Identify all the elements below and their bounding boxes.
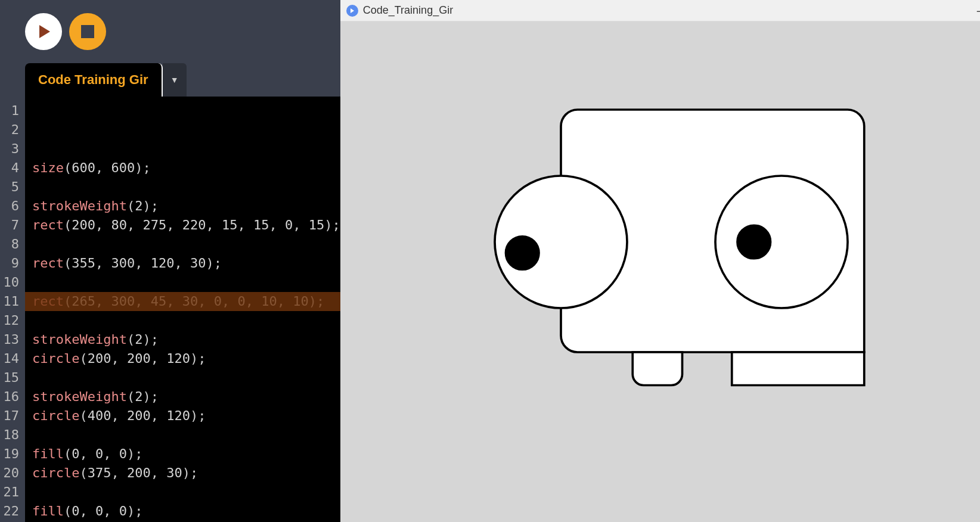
tab-code-training-gir[interactable]: Code Training Gir (25, 63, 163, 97)
sketch-title: Code_Training_Gir (363, 4, 453, 17)
code-line[interactable] (32, 368, 340, 387)
line-number: 14 (0, 349, 19, 368)
run-button[interactable] (25, 13, 62, 50)
tab-dropdown-button[interactable]: ▼ (163, 63, 187, 97)
line-number: 22 (0, 502, 19, 521)
code-line[interactable] (32, 483, 340, 502)
line-number: 6 (0, 197, 19, 216)
line-number: 7 (0, 216, 19, 235)
line-number: 17 (0, 406, 19, 425)
code-line[interactable] (32, 311, 340, 330)
code-line[interactable] (32, 178, 340, 197)
code-editor[interactable]: 12345678910111213141516171819202122 size… (0, 97, 340, 522)
line-number: 12 (0, 311, 19, 330)
line-number: 2 (0, 120, 19, 139)
code-line[interactable]: circle(200, 200, 120); (32, 349, 340, 368)
line-number: 3 (0, 139, 19, 159)
line-number: 9 (0, 254, 19, 273)
toolbar (0, 0, 340, 63)
code-line[interactable]: rect(200, 80, 275, 220, 15, 15, 0, 15); (32, 216, 340, 235)
stop-icon (81, 25, 94, 38)
line-number: 1 (0, 101, 19, 120)
svg-point-1 (715, 176, 848, 308)
line-number: 10 (0, 273, 19, 292)
line-number: 13 (0, 330, 19, 349)
code-line[interactable]: strokeWeight(2); (32, 387, 340, 406)
svg-point-3 (505, 237, 539, 270)
code-line[interactable]: fill(0, 0, 0); (32, 445, 340, 464)
code-line[interactable] (32, 273, 340, 292)
editor-panel: Code Training Gir ▼ 12345678910111213141… (0, 0, 340, 522)
code-line[interactable]: rect(355, 300, 120, 30); (32, 254, 340, 273)
line-number: 15 (0, 368, 19, 387)
tab-bar: Code Training Gir ▼ (0, 63, 340, 97)
code-line[interactable]: size(600, 600); (32, 159, 340, 178)
line-number-gutter: 12345678910111213141516171819202122 (0, 97, 25, 522)
line-number: 16 (0, 387, 19, 406)
line-number: 4 (0, 159, 19, 178)
code-line[interactable] (32, 235, 340, 254)
line-number: 11 (0, 292, 19, 311)
sketch-canvas-wrap (340, 21, 980, 522)
code-line[interactable]: strokeWeight(2); (32, 330, 340, 349)
stop-button[interactable] (69, 13, 106, 50)
line-number: 21 (0, 483, 19, 502)
line-number: 5 (0, 178, 19, 197)
code-line[interactable]: circle(375, 200, 30); (32, 464, 340, 483)
line-number: 19 (0, 445, 19, 464)
line-number: 18 (0, 425, 19, 445)
sketch-titlebar[interactable]: Code_Training_Gir — (340, 0, 980, 21)
processing-play-icon (346, 5, 358, 17)
code-area[interactable]: size(600, 600);strokeWeight(2);rect(200,… (25, 97, 340, 522)
line-number: 20 (0, 464, 19, 483)
sketch-canvas (340, 21, 980, 522)
play-icon (39, 25, 50, 38)
code-line[interactable]: circle(400, 200, 120); (32, 406, 340, 425)
code-line[interactable]: fill(0, 0, 0); (32, 502, 340, 521)
code-line[interactable] (32, 425, 340, 445)
line-number: 8 (0, 235, 19, 254)
code-line[interactable]: strokeWeight(2); (32, 197, 340, 216)
chevron-down-icon: ▼ (170, 75, 179, 85)
svg-point-2 (737, 225, 771, 259)
minimize-button[interactable]: — (971, 3, 980, 18)
sketch-window: Code_Training_Gir — (340, 0, 980, 522)
code-line[interactable]: rect(265, 300, 45, 30, 0, 0, 10, 10); (32, 292, 340, 311)
